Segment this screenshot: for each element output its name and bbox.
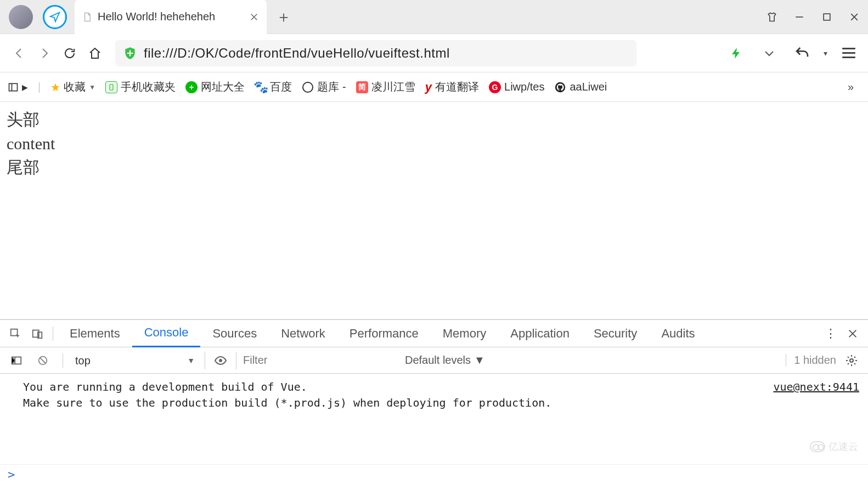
- forward-button[interactable]: [33, 42, 56, 65]
- live-expression-button[interactable]: [210, 350, 232, 372]
- panel-icon: [8, 82, 19, 93]
- bookmark-favorites[interactable]: ★ 收藏 ▼: [50, 80, 95, 94]
- github-icon: [554, 81, 566, 93]
- bookmark-sites[interactable]: + 网址大全: [185, 80, 245, 94]
- bookmark-lingchuan[interactable]: 简 凌川江雪: [356, 80, 415, 94]
- bookmark-tiku[interactable]: 题库 -: [302, 80, 346, 94]
- star-icon: ★: [50, 81, 60, 94]
- minimize-icon: [794, 12, 805, 22]
- devtools-close-button[interactable]: [842, 323, 864, 345]
- browser-tab[interactable]: Hello World! heheheheh: [75, 0, 267, 34]
- inspect-element-button[interactable]: [4, 323, 26, 345]
- close-icon: [849, 12, 860, 22]
- devtools-menu-button[interactable]: ⋮: [820, 323, 842, 345]
- titlebar: Hello World! heheheheh ＋: [0, 0, 868, 34]
- tab-audits[interactable]: Audits: [649, 320, 707, 347]
- chevron-right-icon: ▶: [22, 83, 28, 92]
- message-text: You are running a development build of V…: [23, 379, 551, 411]
- bookmark-label: Liwp/tes: [504, 81, 544, 93]
- svg-point-9: [219, 359, 222, 362]
- maximize-icon: [821, 12, 832, 22]
- reload-button[interactable]: [58, 42, 81, 65]
- chevron-down-icon: ▼: [89, 83, 95, 91]
- context-selector[interactable]: top: [72, 352, 205, 369]
- svg-point-10: [850, 359, 853, 362]
- home-button[interactable]: [83, 42, 106, 65]
- tab-security[interactable]: Security: [582, 320, 649, 347]
- wardrobe-button[interactable]: [758, 6, 786, 28]
- ban-icon: [37, 354, 49, 367]
- g-icon: G: [489, 81, 501, 93]
- speed-button[interactable]: [725, 42, 748, 65]
- console-settings-button[interactable]: [841, 350, 863, 372]
- jian-icon: 简: [356, 81, 368, 93]
- bookmark-github[interactable]: aaLiwei: [554, 81, 607, 93]
- tab-sources[interactable]: Sources: [200, 320, 269, 347]
- filter-input[interactable]: [236, 352, 401, 369]
- chevron-down-icon: [763, 47, 776, 60]
- circle-icon: [302, 81, 314, 93]
- device-toolbar-button[interactable]: [26, 323, 48, 345]
- plus-circle-icon: +: [185, 81, 198, 93]
- kebab-icon: ⋮: [825, 327, 837, 341]
- tab-title: Hello World! heheheheh: [98, 10, 244, 23]
- undo-dropdown-icon[interactable]: ▾: [824, 49, 827, 58]
- tab-network[interactable]: Network: [269, 320, 337, 347]
- url-input[interactable]: file:///D:/OK/Code/frontEnd/vueHello/vue…: [115, 40, 636, 66]
- close-window-button[interactable]: [841, 6, 868, 28]
- close-icon: [847, 328, 859, 340]
- tab-console[interactable]: Console: [132, 320, 201, 347]
- url-text: file:///D:/OK/Code/frontEnd/vueHello/vue…: [144, 46, 450, 61]
- paper-plane-icon: [49, 11, 61, 23]
- home-icon: [88, 47, 102, 60]
- bookmark-mobile[interactable]: 手机收藏夹: [105, 80, 176, 94]
- bookmarks-overflow-button[interactable]: »: [848, 81, 854, 93]
- shield-icon: [123, 46, 137, 60]
- tab-elements[interactable]: Elements: [58, 320, 132, 347]
- sidebar-toggle-button[interactable]: ▶: [8, 82, 28, 93]
- svg-rect-1: [9, 83, 18, 91]
- plus-icon: ＋: [276, 7, 291, 27]
- message-source-link[interactable]: vue@next:9441: [773, 379, 859, 411]
- dropdown-button[interactable]: [758, 42, 781, 65]
- clear-console-button[interactable]: [32, 350, 54, 372]
- profile-avatar-button[interactable]: [9, 5, 33, 29]
- main-menu-button[interactable]: [837, 42, 860, 65]
- svg-rect-2: [110, 84, 113, 90]
- chevron-right-icon: [38, 47, 51, 60]
- devices-icon: [31, 328, 43, 340]
- bookmark-label: 有道翻译: [435, 80, 479, 94]
- browser-logo-button[interactable]: [43, 5, 67, 29]
- bookmark-label: 手机收藏夹: [121, 80, 176, 94]
- chevron-down-icon: ▼: [474, 354, 485, 367]
- minimize-button[interactable]: [786, 6, 813, 28]
- tab-application[interactable]: Application: [498, 320, 582, 347]
- tab-performance[interactable]: Performance: [337, 320, 431, 347]
- bookmarks-bar: ▶ | ★ 收藏 ▼ 手机收藏夹 + 网址大全 🐾 百度 题库 - 简 凌川江雪…: [0, 72, 868, 102]
- console-output[interactable]: You are running a development build of V…: [0, 374, 868, 464]
- bookmark-label: 网址大全: [201, 80, 245, 94]
- context-select[interactable]: top: [72, 352, 198, 369]
- devtools-panel: Elements Console Sources Network Perform…: [0, 319, 868, 484]
- hamburger-icon: [842, 48, 855, 58]
- tab-memory[interactable]: Memory: [431, 320, 498, 347]
- console-sidebar-toggle[interactable]: [5, 350, 27, 372]
- address-bar: file:///D:/OK/Code/frontEnd/vueHello/vue…: [0, 34, 868, 72]
- undo-button[interactable]: [791, 42, 814, 65]
- page-line: 头部: [7, 108, 861, 132]
- close-tab-icon[interactable]: [249, 12, 259, 22]
- bookmark-label: 百度: [270, 80, 292, 94]
- hidden-messages-label[interactable]: 1 hidden: [786, 354, 836, 367]
- bookmark-liwp[interactable]: G Liwp/tes: [489, 81, 544, 93]
- maximize-button[interactable]: [813, 6, 841, 28]
- log-levels-selector[interactable]: Default levels ▼: [405, 354, 485, 367]
- gear-icon: [845, 354, 858, 367]
- inspect-icon: [9, 328, 21, 340]
- page-line: content: [7, 132, 861, 156]
- bookmark-dash: -: [342, 81, 346, 93]
- console-prompt[interactable]: >: [0, 464, 868, 484]
- new-tab-button[interactable]: ＋: [267, 0, 301, 34]
- bookmark-baidu[interactable]: 🐾 百度: [255, 80, 292, 94]
- back-button[interactable]: [8, 42, 31, 65]
- bookmark-youdao[interactable]: y 有道翻译: [425, 80, 479, 94]
